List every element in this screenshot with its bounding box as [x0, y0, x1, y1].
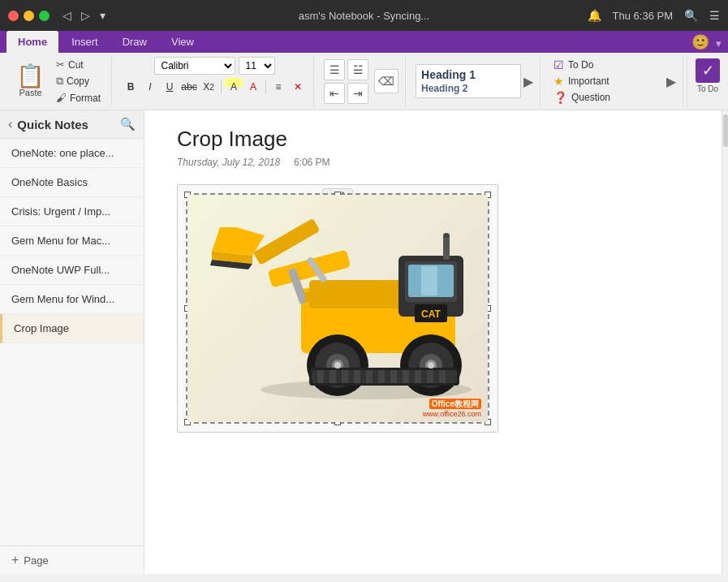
- svg-rect-27: [342, 370, 348, 383]
- font-size-select[interactable]: 11: [239, 57, 275, 75]
- smiley-icon[interactable]: 🙂: [691, 34, 709, 50]
- tags-list: ☑ To Do ★ Important ❓ Question: [550, 58, 664, 105]
- styles-expand-icon[interactable]: ▶: [523, 74, 533, 89]
- titlebar-right-controls: 🔔 Thu 6:36 PM 🔍 ☰: [588, 9, 720, 22]
- heading1-style[interactable]: Heading 1: [421, 67, 515, 82]
- svg-rect-30: [378, 370, 385, 383]
- format-icon: 🖌: [56, 92, 67, 104]
- todo-big-button[interactable]: ✓ To Do: [687, 55, 728, 107]
- svg-rect-25: [317, 370, 324, 383]
- sidebar-item-gem-wind[interactable]: Gem Menu for Wind...: [0, 285, 144, 314]
- tags-expand-icon[interactable]: ▶: [666, 74, 676, 89]
- system-time: Thu 6:36 PM: [613, 10, 673, 22]
- main-layout: ‹ Quick Notes 🔍 OneNote: one place... On…: [0, 110, 728, 574]
- divider2: [265, 80, 266, 94]
- back-icon[interactable]: ◁: [62, 9, 71, 22]
- subscript-button[interactable]: X2: [200, 78, 218, 96]
- tab-insert[interactable]: Insert: [60, 31, 110, 53]
- unordered-list-button[interactable]: ☰: [324, 59, 345, 80]
- copy-icon: ⧉: [56, 75, 63, 88]
- underline-button[interactable]: U: [161, 78, 179, 96]
- sidebar-search-button[interactable]: 🔍: [120, 117, 136, 131]
- close-button[interactable]: [8, 11, 19, 21]
- styles-group: Heading 1 Heading 2 ▶: [409, 55, 541, 107]
- tab-home[interactable]: Home: [6, 31, 58, 53]
- align-button[interactable]: ≡: [269, 78, 287, 96]
- note-date-text: Thursday, July 12, 2018: [177, 157, 280, 168]
- maximize-button[interactable]: [39, 11, 50, 21]
- svg-point-36: [334, 362, 341, 369]
- notification-icon[interactable]: 🔔: [588, 9, 601, 22]
- tab-view[interactable]: View: [160, 31, 205, 53]
- tags-group-content: ☑ To Do ★ Important ❓ Question ▶: [550, 57, 676, 106]
- paste-icon: 📋: [16, 65, 45, 88]
- image-selection[interactable]: CAT: [186, 193, 489, 424]
- clipboard-small-buttons: ✂ Cut ⧉ Copy 🖌 Format: [52, 57, 105, 106]
- strikethrough-button[interactable]: abc: [180, 78, 198, 96]
- copy-button[interactable]: ⧉ Copy: [52, 73, 105, 89]
- font-group: Calibri 11 B I U abc X2 A A ≡: [115, 55, 314, 107]
- sidebar-item-onenote-one-place[interactable]: OneNote: one place...: [0, 139, 144, 168]
- checkbox-checked-icon: ☑: [554, 58, 564, 71]
- cut-button[interactable]: ✂ Cut: [52, 57, 105, 72]
- add-page-label: Page: [24, 554, 48, 567]
- menu-icon[interactable]: ☰: [709, 9, 720, 22]
- tag-important-label: Important: [568, 75, 610, 87]
- font-family-select[interactable]: Calibri: [154, 57, 235, 75]
- sidebar-header: ‹ Quick Notes 🔍: [0, 110, 144, 139]
- list-group: ☰ ☱ ⇤ ⇥ ⌫: [317, 55, 406, 107]
- svg-point-8: [443, 233, 450, 238]
- svg-rect-35: [439, 370, 446, 383]
- svg-rect-31: [390, 370, 397, 383]
- tag-todo-item[interactable]: ☑ To Do: [550, 58, 664, 72]
- increase-indent-button[interactable]: ⇥: [347, 83, 368, 104]
- decrease-indent-button[interactable]: ⇤: [324, 83, 345, 104]
- image-content: CAT: [187, 195, 488, 422]
- font-format-row: B I U abc X2 A A ≡ ✕: [122, 78, 307, 96]
- heading2-style[interactable]: Heading 2: [421, 82, 515, 95]
- format-button[interactable]: 🖌 Format: [52, 90, 105, 106]
- svg-rect-39: [305, 292, 338, 302]
- tag-todo-label: To Do: [568, 59, 593, 71]
- cut-label: Cut: [68, 59, 84, 71]
- sidebar-item-crisis[interactable]: Crisis: Urgent / Imp...: [0, 197, 144, 226]
- svg-rect-38: [366, 291, 386, 303]
- sidebar-item-onenote-uwp[interactable]: OneNote UWP Full...: [0, 256, 144, 285]
- ribbon-bar: 📋 Paste ✂ Cut ⧉ Copy 🖌 Format: [0, 53, 728, 110]
- svg-rect-34: [427, 370, 433, 383]
- watermark-url: www.office26.com: [423, 410, 481, 418]
- eraser-button[interactable]: ⌫: [374, 69, 398, 93]
- forward-icon[interactable]: ▷: [81, 9, 90, 22]
- minimize-button[interactable]: [24, 11, 34, 21]
- image-container: .... ❯: [177, 184, 498, 433]
- ordered-list-button[interactable]: ☱: [347, 59, 368, 80]
- sidebar-back-button[interactable]: ‹: [8, 117, 12, 131]
- paste-button[interactable]: 📋 Paste: [11, 63, 50, 100]
- add-page-button[interactable]: + Page: [0, 545, 144, 574]
- sidebar-item-crop-image[interactable]: Crop Image: [0, 314, 144, 343]
- ribbon-tab-bar: Home Insert Draw View 🙂 ▾: [0, 31, 728, 53]
- ribbon-chevron-icon[interactable]: ▾: [716, 37, 722, 50]
- note-time-text: 6:06 PM: [294, 157, 330, 168]
- sidebar-item-onenote-basics[interactable]: OneNote Basics: [0, 168, 144, 197]
- dropdown-icon[interactable]: ▾: [100, 9, 106, 22]
- tag-question-item[interactable]: ❓ Question: [550, 90, 664, 105]
- bold-button[interactable]: B: [122, 78, 140, 96]
- content-area: Crop Image Thursday, July 12, 2018 6:06 …: [144, 110, 722, 574]
- clear-format-button[interactable]: ✕: [289, 78, 307, 96]
- question-icon: ❓: [554, 91, 567, 104]
- list-group-content: ☰ ☱ ⇤ ⇥ ⌫: [324, 57, 398, 106]
- sidebar-item-gem-mac[interactable]: Gem Menu for Mac...: [0, 226, 144, 256]
- svg-rect-26: [330, 370, 336, 383]
- italic-button[interactable]: I: [141, 78, 159, 96]
- highlight-button[interactable]: A: [225, 78, 243, 96]
- search-icon[interactable]: 🔍: [684, 9, 698, 22]
- sidebar: ‹ Quick Notes 🔍 OneNote: one place... On…: [0, 110, 144, 574]
- star-icon: ★: [554, 75, 564, 88]
- tab-draw[interactable]: Draw: [111, 31, 158, 53]
- scrollbar-track[interactable]: [722, 110, 728, 574]
- scrollbar-thumb[interactable]: [723, 114, 728, 147]
- tag-important-item[interactable]: ★ Important: [550, 74, 664, 88]
- svg-rect-7: [443, 235, 450, 260]
- font-color-button[interactable]: A: [244, 78, 262, 96]
